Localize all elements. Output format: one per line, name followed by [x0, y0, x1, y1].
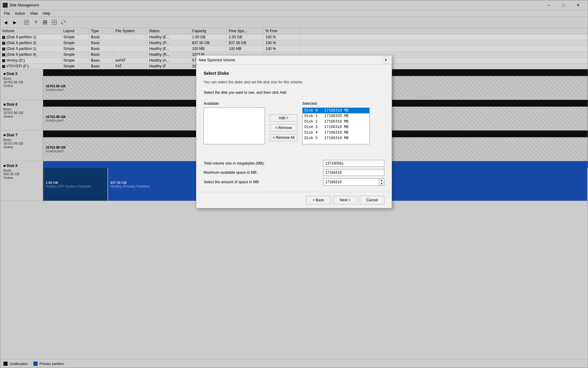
available-list[interactable]	[204, 108, 265, 144]
dialog: New Spanned Volume ✕ Select Disks You ca…	[196, 55, 392, 208]
available-section: Available:	[204, 101, 265, 154]
selected-disk-1[interactable]: Disk 1 17166335 MB	[303, 113, 369, 119]
remove-all-button[interactable]: < Remove All	[270, 134, 297, 141]
dialog-section-title: Select Disks	[204, 71, 384, 76]
select-space-spinner: ▲ ▼	[323, 178, 384, 186]
max-space-value: 17166318	[323, 169, 384, 176]
add-button[interactable]: Add >	[270, 114, 297, 122]
spinner-down[interactable]: ▼	[379, 182, 384, 185]
selected-label: Selected:	[302, 101, 370, 106]
select-space-row: Select the amount of space in MB: ▲ ▼	[204, 178, 384, 186]
max-space-row: Maximum available space in MB: 17166318	[204, 169, 384, 176]
disk-lists-row: Available: Add > < Remove < Remove All S…	[204, 101, 384, 154]
spinner-buttons: ▲ ▼	[379, 178, 384, 186]
selected-list[interactable]: Disk 0 17166318 MB Disk 1 17166335 MB Di…	[302, 108, 370, 144]
dialog-overlay: New Spanned Volume ✕ Select Disks You ca…	[0, 0, 588, 368]
cancel-button[interactable]: Cancel	[360, 196, 384, 204]
dialog-body: Select Disks You can select the disks an…	[196, 65, 392, 192]
select-space-input[interactable]	[323, 178, 379, 186]
available-label: Available:	[204, 101, 265, 106]
remove-button[interactable]: < Remove	[270, 124, 297, 131]
info-fields: Total volume size in megabytes (MB): 137…	[204, 160, 384, 186]
dialog-instruction: Select the disk you want to use, and the…	[204, 90, 384, 95]
total-volume-label: Total volume size in megabytes (MB):	[204, 161, 321, 165]
dialog-section-desc: You can select the disks and set the dis…	[204, 80, 384, 84]
selected-disk-3[interactable]: Disk 3 17166318 MB	[303, 124, 369, 130]
select-space-label: Select the amount of space in MB:	[204, 180, 321, 184]
dialog-title-bar: New Spanned Volume ✕	[196, 55, 392, 65]
dialog-close-button[interactable]: ✕	[383, 57, 389, 63]
back-button[interactable]: < Back	[306, 196, 330, 204]
selected-disk-5[interactable]: Disk 5 17166318 MB	[303, 135, 369, 141]
selected-disk-4[interactable]: Disk 4 17166318 MB	[303, 130, 369, 135]
spinner-up[interactable]: ▲	[379, 179, 384, 182]
selected-section: Selected: Disk 0 17166318 MB Disk 1 1716…	[302, 101, 370, 154]
total-volume-row: Total volume size in megabytes (MB): 137…	[204, 160, 384, 167]
dialog-title: New Spanned Volume	[199, 58, 383, 62]
dialog-footer: < Back Next > Cancel	[196, 192, 392, 208]
selected-disk-2[interactable]: Disk 2 17166318 MB	[303, 119, 369, 124]
total-volume-value: 137330561	[323, 160, 384, 167]
max-space-label: Maximum available space in MB:	[204, 170, 321, 175]
selected-disk-0[interactable]: Disk 0 17166318 MB	[303, 108, 369, 113]
next-button[interactable]: Next >	[333, 196, 357, 204]
disk-list-buttons: Add > < Remove < Remove All	[265, 101, 302, 154]
